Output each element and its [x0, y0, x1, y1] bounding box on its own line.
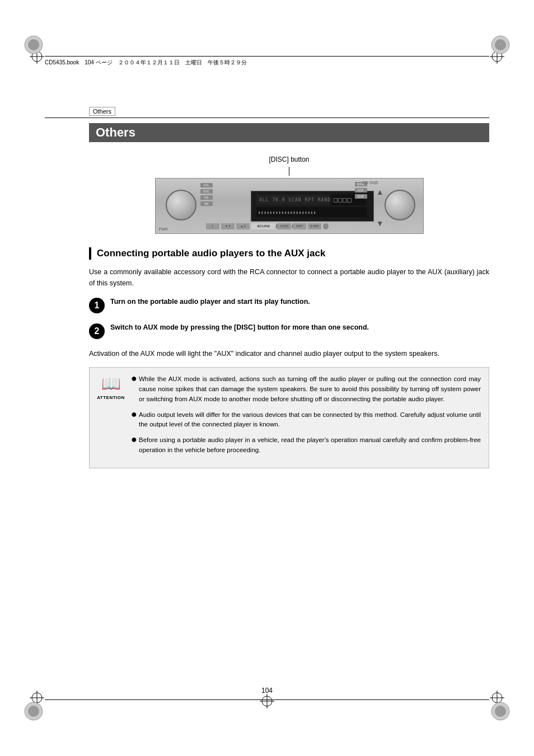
section-title: Connecting portable audio players to the…	[97, 248, 325, 259]
stereo-diagram: VOL DISC FM AM	[155, 178, 424, 234]
page-number: 104	[261, 687, 273, 694]
tab-label: Others	[89, 107, 115, 116]
header-text: CD5435.book 104 ページ ２００４年１２月１１日 土曜日 午後５時…	[45, 59, 247, 67]
bullet-text-3: Before using a portable audio player in …	[139, 435, 481, 456]
intro-text: Use a commonly available accessory cord …	[89, 266, 489, 289]
bullet-dot-2: ●	[131, 409, 137, 419]
corner-mark-br	[489, 700, 512, 722]
step-2-number: 2	[89, 323, 105, 339]
corner-mark-tr	[489, 34, 512, 56]
power-knob	[385, 190, 415, 220]
svg-point-13	[28, 39, 39, 50]
preset-buttons: 1 ▼ 2 ▲ 3 /ECLIPSE 4 SCN 5 MT 6 SNO	[206, 222, 329, 230]
step-2: 2 Switch to AUX mode by pressing the [DI…	[89, 322, 489, 339]
tab-rule	[45, 118, 489, 118]
bullet-dot-3: ●	[131, 434, 137, 444]
attention-label: ATTENTION	[97, 395, 125, 400]
bullet-1: ● While the AUX mode is activated, actio…	[131, 374, 481, 404]
svg-point-15	[495, 39, 506, 50]
step-1: 1 Turn on the portable audio player and …	[89, 297, 489, 313]
attention-box: 📖 ATTENTION ● While the AUX mode is acti…	[89, 367, 489, 468]
bullet-3: ● Before using a portable audio player i…	[131, 435, 481, 456]
bullet-text-2: Audio output levels will differ for the …	[139, 410, 481, 430]
corner-mark-tl	[22, 34, 45, 56]
bullet-2: ● Audio output levels will differ for th…	[131, 410, 481, 430]
diagram-area: [DISC] button VOL DISC FM AM	[89, 156, 489, 234]
attention-content: ● While the AUX mode is activated, actio…	[131, 374, 481, 461]
main-content: Others [DISC] button VOL DISC FM	[89, 123, 489, 468]
disc-button-label: [DISC] button	[89, 156, 489, 163]
section-divider: Connecting portable audio players to the…	[89, 247, 489, 260]
step-2-text: Switch to AUX mode by pressing the [DISC…	[110, 322, 369, 333]
after-step2-text: Activation of the AUX mode will light th…	[89, 348, 489, 359]
header-area: CD5435.book 104 ページ ２００４年１２月１１日 土曜日 午後５時…	[45, 56, 489, 67]
steps-container: 1 Turn on the portable audio player and …	[89, 297, 489, 339]
arrow-up: ▲	[376, 187, 384, 196]
step-1-number: 1	[89, 298, 105, 313]
step-1-text: Turn on the portable audio player and st…	[110, 297, 310, 307]
svg-text:ALL 78.0 SCAN RPT RAND: ALL 78.0 SCAN RPT RAND	[259, 198, 331, 203]
svg-text:□□□□: □□□□	[334, 196, 352, 204]
bullet-dot-1: ●	[131, 373, 137, 383]
bullet-text-1: While the AUX mode is activated, actions…	[139, 374, 481, 404]
page-container: CD5435.book 104 ページ ２００４年１２月１１日 土曜日 午後５時…	[0, 0, 534, 756]
svg-point-17	[28, 706, 39, 717]
book-icon: 📖	[101, 374, 121, 393]
svg-point-19	[495, 706, 506, 717]
vol-knob	[166, 190, 196, 220]
svg-text:▮▮▮▮▮▮▮▮▮▮▮▮▮▮▮▮▮▮▮▮: ▮▮▮▮▮▮▮▮▮▮▮▮▮▮▮▮▮▮▮▮	[258, 210, 316, 215]
page-title: Others	[89, 123, 489, 142]
attention-icon: 📖 ATTENTION	[97, 374, 124, 461]
corner-mark-bl	[22, 700, 45, 722]
crosshair-bottom-center	[260, 694, 274, 710]
cd-label: CD 5435	[363, 181, 378, 185]
arrow-down: ▼	[376, 219, 384, 228]
